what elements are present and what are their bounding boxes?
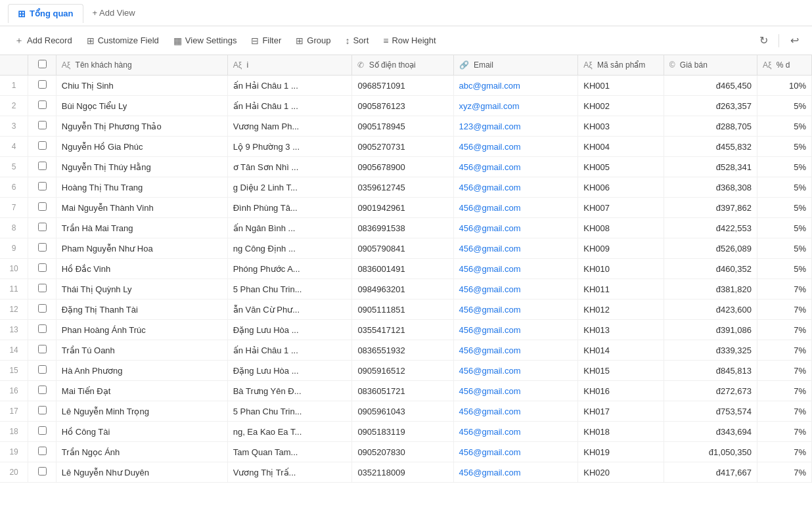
row-email[interactable]: 456@gmail.com bbox=[453, 320, 578, 340]
table-row[interactable]: 5 Nguyễn Thị Thúy Hằng ơ Tân Sơn Nhì ...… bbox=[0, 157, 812, 177]
row-checkbox[interactable] bbox=[38, 365, 47, 374]
email-link[interactable]: abc@gmail.com bbox=[459, 81, 520, 91]
row-email[interactable]: 456@gmail.com bbox=[453, 137, 578, 157]
tab-tong-quan[interactable]: ⊞ Tổng quan bbox=[8, 4, 83, 23]
row-check[interactable] bbox=[28, 401, 56, 422]
email-link[interactable]: 456@gmail.com bbox=[459, 427, 521, 437]
undo-button[interactable]: ↩ bbox=[784, 31, 804, 51]
email-link[interactable]: 456@gmail.com bbox=[459, 468, 521, 477]
table-row[interactable]: 11 Thái Thị Quỳnh Ly 5 Phan Chu Trin... … bbox=[0, 279, 812, 299]
col-header-addr[interactable]: Aξ i bbox=[227, 55, 352, 76]
filter-button[interactable]: ⊟ Filter bbox=[244, 32, 288, 49]
table-row[interactable]: 9 Pham Nguyễn Như Hoa ng Công Định ... 0… bbox=[0, 238, 812, 259]
email-link[interactable]: 123@gmail.com bbox=[459, 122, 521, 131]
table-row[interactable]: 1 Chiu Thị Sinh ấn Hải Châu 1 ... 096857… bbox=[0, 76, 812, 96]
table-row[interactable]: 2 Bùi Ngọc Tiểu Ly ấn Hải Châu 1 ... 090… bbox=[0, 96, 812, 116]
email-link[interactable]: 456@gmail.com bbox=[459, 284, 521, 294]
table-row[interactable]: 14 Trần Tú Oanh ấn Hải Châu 1 ... 083655… bbox=[0, 340, 812, 361]
table-row[interactable]: 20 Lê Nguyễn Như Duyên Vương Thị Trấ... … bbox=[0, 462, 812, 483]
row-check[interactable] bbox=[28, 442, 56, 462]
refresh-button[interactable]: ↻ bbox=[754, 31, 773, 51]
row-check[interactable] bbox=[28, 422, 56, 442]
group-button[interactable]: ⊞ Group bbox=[289, 32, 337, 49]
row-checkbox[interactable] bbox=[38, 386, 47, 394]
table-row[interactable]: 6 Hoàng Thị Thu Trang g Diệu 2 Linh T...… bbox=[0, 177, 812, 198]
row-email[interactable]: 456@gmail.com bbox=[453, 381, 578, 401]
email-link[interactable]: 456@gmail.com bbox=[459, 305, 521, 315]
row-email[interactable]: 456@gmail.com bbox=[453, 361, 578, 381]
row-check[interactable] bbox=[28, 259, 56, 279]
col-header-email[interactable]: 🔗 Email bbox=[453, 55, 578, 76]
email-link[interactable]: 456@gmail.com bbox=[459, 162, 521, 172]
col-header-name[interactable]: Aξ Tên khách hàng bbox=[56, 55, 227, 76]
select-all-checkbox[interactable] bbox=[38, 60, 47, 68]
row-check[interactable] bbox=[28, 76, 56, 96]
row-email[interactable]: 456@gmail.com bbox=[453, 279, 578, 299]
table-row[interactable]: 8 Trần Hà Mai Trang ấn Ngân Bình ... 083… bbox=[0, 218, 812, 238]
email-link[interactable]: 456@gmail.com bbox=[459, 345, 521, 355]
col-header-check[interactable] bbox=[28, 55, 56, 76]
row-check[interactable] bbox=[28, 361, 56, 381]
row-check[interactable] bbox=[28, 157, 56, 177]
table-row[interactable]: 15 Hà Anh Phương Đặng Lưu Hòa ... 090591… bbox=[0, 361, 812, 381]
row-email[interactable]: 456@gmail.com bbox=[453, 177, 578, 198]
row-checkbox[interactable] bbox=[38, 345, 47, 353]
row-check[interactable] bbox=[28, 198, 56, 218]
email-link[interactable]: 456@gmail.com bbox=[459, 183, 521, 192]
row-email[interactable]: 456@gmail.com bbox=[453, 401, 578, 422]
row-checkbox[interactable] bbox=[38, 202, 47, 211]
row-check[interactable] bbox=[28, 381, 56, 401]
row-checkbox[interactable] bbox=[38, 324, 47, 333]
table-row[interactable]: 4 Nguyễn Hồ Gia Phúc Lộ 9 Phường 3 ... 0… bbox=[0, 137, 812, 157]
row-check[interactable] bbox=[28, 462, 56, 483]
row-email[interactable]: abc@gmail.com bbox=[453, 76, 578, 96]
row-check[interactable] bbox=[28, 96, 56, 116]
row-email[interactable]: 456@gmail.com bbox=[453, 198, 578, 218]
table-row[interactable]: 12 Đặng Thị Thanh Tài ẫn Văn Cừ Phư... 0… bbox=[0, 299, 812, 320]
row-checkbox[interactable] bbox=[38, 447, 47, 455]
customize-field-button[interactable]: ⊞ Customize Field bbox=[80, 32, 166, 49]
row-email[interactable]: 456@gmail.com bbox=[453, 157, 578, 177]
row-checkbox[interactable] bbox=[38, 426, 47, 435]
row-checkbox[interactable] bbox=[38, 80, 47, 89]
view-settings-button[interactable]: ▦ View Settings bbox=[167, 32, 244, 49]
table-row[interactable]: 10 Hồ Đắc Vinh Phóng Phước A... 08360014… bbox=[0, 259, 812, 279]
row-checkbox[interactable] bbox=[38, 406, 47, 414]
table-row[interactable]: 3 Nguyễn Thị Phương Thảo Vương Nam Ph...… bbox=[0, 116, 812, 137]
email-link[interactable]: 456@gmail.com bbox=[459, 203, 521, 213]
email-link[interactable]: 456@gmail.com bbox=[459, 386, 521, 396]
table-row[interactable]: 17 Lê Nguyễn Minh Trọng 5 Phan Chu Trin.… bbox=[0, 401, 812, 422]
row-email[interactable]: 456@gmail.com bbox=[453, 259, 578, 279]
row-checkbox[interactable] bbox=[38, 100, 47, 109]
email-link[interactable]: 456@gmail.com bbox=[459, 407, 521, 416]
email-link[interactable]: 456@gmail.com bbox=[459, 244, 521, 254]
row-email[interactable]: xyz@gmail.com bbox=[453, 96, 578, 116]
col-header-pct[interactable]: Aξ % d bbox=[757, 55, 811, 76]
row-email[interactable]: 456@gmail.com bbox=[453, 462, 578, 483]
add-record-button[interactable]: ＋ Add Record bbox=[8, 32, 79, 50]
row-checkbox[interactable] bbox=[38, 141, 47, 150]
row-check[interactable] bbox=[28, 116, 56, 137]
col-header-phone[interactable]: ✆ Số điện thoại bbox=[352, 55, 453, 76]
row-checkbox[interactable] bbox=[38, 263, 47, 272]
row-email[interactable]: 123@gmail.com bbox=[453, 116, 578, 137]
row-email[interactable]: 456@gmail.com bbox=[453, 340, 578, 361]
row-check[interactable] bbox=[28, 218, 56, 238]
row-check[interactable] bbox=[28, 137, 56, 157]
table-row[interactable]: 19 Trần Ngọc Ánh Tam Quan Tam... 0905207… bbox=[0, 442, 812, 462]
row-checkbox[interactable] bbox=[38, 284, 47, 292]
row-checkbox[interactable] bbox=[38, 243, 47, 252]
email-link[interactable]: xyz@gmail.com bbox=[459, 101, 520, 111]
add-view-button[interactable]: + Add View bbox=[86, 5, 142, 20]
row-check[interactable] bbox=[28, 320, 56, 340]
row-email[interactable]: 456@gmail.com bbox=[453, 299, 578, 320]
table-row[interactable]: 16 Mai Tiến Đạt Bà Trưng Yên Đ... 083605… bbox=[0, 381, 812, 401]
row-checkbox[interactable] bbox=[38, 467, 47, 476]
row-email[interactable]: 456@gmail.com bbox=[453, 422, 578, 442]
row-checkbox[interactable] bbox=[38, 223, 47, 231]
email-link[interactable]: 456@gmail.com bbox=[459, 325, 521, 335]
sort-button[interactable]: ↕ Sort bbox=[338, 32, 375, 49]
row-email[interactable]: 456@gmail.com bbox=[453, 218, 578, 238]
email-link[interactable]: 456@gmail.com bbox=[459, 366, 521, 376]
email-link[interactable]: 456@gmail.com bbox=[459, 447, 521, 457]
